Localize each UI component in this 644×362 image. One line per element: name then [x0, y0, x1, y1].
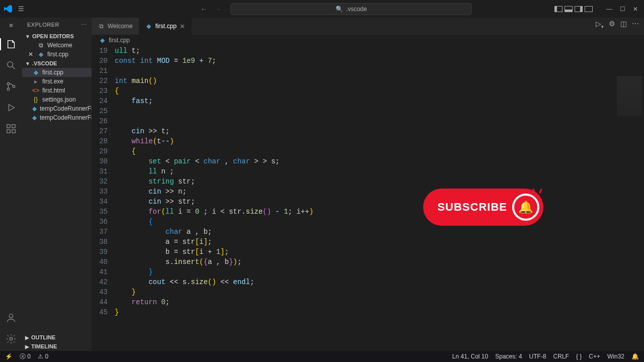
maximize-icon[interactable]: ☐ — [618, 6, 627, 13]
toggle-panel-icon[interactable] — [565, 6, 573, 12]
customize-layout-icon[interactable] — [585, 6, 593, 12]
minimize-icon[interactable]: ― — [605, 6, 614, 13]
file-name: first.cpp — [42, 69, 63, 76]
close-icon[interactable]: ✕ — [28, 51, 34, 58]
outline-section[interactable]: ▶ OUTLINE — [22, 333, 92, 342]
errors-status[interactable]: ⓧ 0 — [20, 352, 31, 361]
indent-status[interactable]: Spaces: 4 — [495, 353, 522, 360]
warnings-status[interactable]: ⚠ 0 — [38, 353, 48, 360]
nav-back-icon[interactable]: ← — [200, 5, 207, 13]
file-tree-item[interactable]: {}settings.json — [22, 95, 92, 104]
explorer-header: EXPLORER ⋯ — [22, 18, 92, 32]
editor-tab[interactable]: ⧉Welcome — [92, 18, 139, 35]
chevron-down-icon: ▼ — [25, 34, 30, 39]
code-content[interactable]: ull t;const int MOD = 1e9 + 7; int main(… — [115, 46, 644, 351]
file-tree-item[interactable]: ▸first.exe — [22, 77, 92, 86]
svg-rect-6 — [12, 130, 15, 133]
vs-file-icon: ⧉ — [37, 42, 44, 49]
file-tree-item[interactable]: ◆first.cpp — [22, 68, 92, 77]
extensions-activity-icon[interactable] — [5, 123, 17, 135]
cpp-file-icon: ◆ — [37, 51, 44, 58]
chevron-right-icon: ▶ — [25, 344, 29, 349]
menu-toggle-icon[interactable]: ≡ — [9, 22, 13, 29]
file-name: settings.json — [42, 96, 76, 103]
svg-point-3 — [13, 85, 15, 88]
tab-label: Welcome — [108, 23, 133, 30]
svg-point-0 — [8, 62, 13, 67]
json-file-icon: {} — [32, 96, 39, 103]
svg-rect-7 — [12, 125, 15, 128]
cpp-file-icon: ◆ — [99, 37, 106, 44]
code-editor[interactable]: 1920212223242526272829303132333435363738… — [92, 46, 644, 351]
toggle-secondary-icon[interactable] — [575, 6, 583, 12]
settings-icon[interactable]: ⚙ — [609, 20, 615, 29]
command-center-search[interactable]: 🔍 .vscode — [230, 3, 472, 15]
explorer-title: EXPLORER — [27, 22, 59, 28]
svg-rect-4 — [7, 125, 10, 128]
breadcrumb-file: first.cpp — [109, 37, 130, 44]
toggle-sidebar-icon[interactable] — [554, 6, 562, 12]
chevron-down-icon: ▼ — [25, 61, 30, 66]
editor-actions: ▷▾ ⚙ ◫ ⋯ — [596, 20, 639, 29]
file-name: first.cpp — [47, 51, 68, 58]
menu-icon[interactable]: ☰ — [18, 5, 24, 13]
open-editor-item[interactable]: ✕◆first.cpp — [22, 50, 92, 59]
breadcrumb[interactable]: ◆ first.cpp — [92, 35, 644, 46]
close-tab-icon[interactable]: ✕ — [180, 23, 185, 30]
cpp-file-icon: ◆ — [145, 23, 152, 30]
search-activity-icon[interactable] — [5, 59, 17, 71]
outline-label: OUTLINE — [31, 334, 55, 340]
subscribe-overlay[interactable]: SUBSCRIBE 🔔 — [423, 189, 543, 226]
folder-section[interactable]: ▼ .VSCODE — [22, 59, 92, 68]
more-actions-icon[interactable]: ⋯ — [632, 20, 639, 29]
debug-activity-icon[interactable] — [5, 102, 17, 114]
close-window-icon[interactable]: ✕ — [631, 6, 640, 13]
eol-status[interactable]: CRLF — [553, 353, 569, 360]
cpp-file-icon: ◆ — [32, 69, 39, 76]
subscribe-label: SUBSCRIBE — [437, 201, 507, 214]
file-name: tempCodeRunnerFile.... — [40, 105, 92, 112]
remote-icon[interactable]: ⚡ — [5, 353, 13, 360]
svg-point-2 — [7, 88, 10, 90]
vscode-logo-icon — [4, 5, 12, 13]
editor-tabs: ⧉Welcome◆first.cpp✕ — [92, 18, 644, 35]
cpp-file-icon: ◆ — [32, 105, 37, 112]
file-tree-item[interactable]: ◆tempCodeRunnerFile.... — [22, 104, 92, 113]
minimap[interactable] — [617, 76, 642, 116]
open-editors-section[interactable]: ▼ OPEN EDITORS — [22, 32, 92, 41]
vs-file-icon: ⧉ — [98, 23, 105, 30]
svg-point-8 — [9, 314, 13, 318]
split-editor-icon[interactable]: ◫ — [620, 20, 627, 29]
language-mode[interactable]: C++ — [589, 353, 600, 360]
html-file-icon: <> — [32, 87, 39, 94]
file-name: first.exe — [42, 78, 63, 85]
svg-rect-5 — [7, 130, 10, 133]
file-tree-item[interactable]: ◆tempCodeRunnerFile.... — [22, 113, 92, 122]
scm-activity-icon[interactable] — [5, 80, 17, 93]
timeline-section[interactable]: ▶ TIMELINE — [22, 342, 92, 351]
file-name: tempCodeRunnerFile.... — [40, 114, 92, 121]
exe-file-icon: ▸ — [32, 78, 39, 85]
status-bar: ⚡ ⓧ 0 ⚠ 0 Ln 41, Col 10 Spaces: 4 UTF-8 … — [0, 351, 644, 362]
lang-brace[interactable]: { } — [576, 353, 582, 360]
run-icon[interactable]: ▷▾ — [596, 20, 604, 29]
explorer-activity-icon[interactable] — [0, 38, 22, 50]
notifications-icon[interactable]: 🔔 — [631, 353, 639, 360]
encoding-status[interactable]: UTF-8 — [529, 353, 546, 360]
bell-button[interactable]: 🔔 — [512, 194, 539, 221]
explorer-sidebar: EXPLORER ⋯ ▼ OPEN EDITORS ⧉Welcome✕◆firs… — [22, 18, 92, 351]
svg-point-9 — [10, 337, 13, 340]
explorer-more-icon[interactable]: ⋯ — [81, 22, 87, 28]
cursor-position[interactable]: Ln 41, Col 10 — [452, 353, 488, 360]
file-tree-item[interactable]: <>first.html — [22, 86, 92, 95]
file-name: Welcome — [47, 42, 72, 49]
file-name: first.html — [42, 87, 65, 94]
editor-tab[interactable]: ◆first.cpp✕ — [139, 18, 192, 35]
settings-gear-icon[interactable] — [5, 333, 17, 345]
accounts-icon[interactable] — [5, 312, 17, 324]
open-editor-item[interactable]: ⧉Welcome — [22, 41, 92, 50]
platform-status[interactable]: Win32 — [607, 353, 624, 360]
nav-forward-icon[interactable]: → — [214, 5, 221, 13]
activity-bar: ≡ — [0, 18, 22, 351]
spark-icon — [532, 189, 542, 199]
